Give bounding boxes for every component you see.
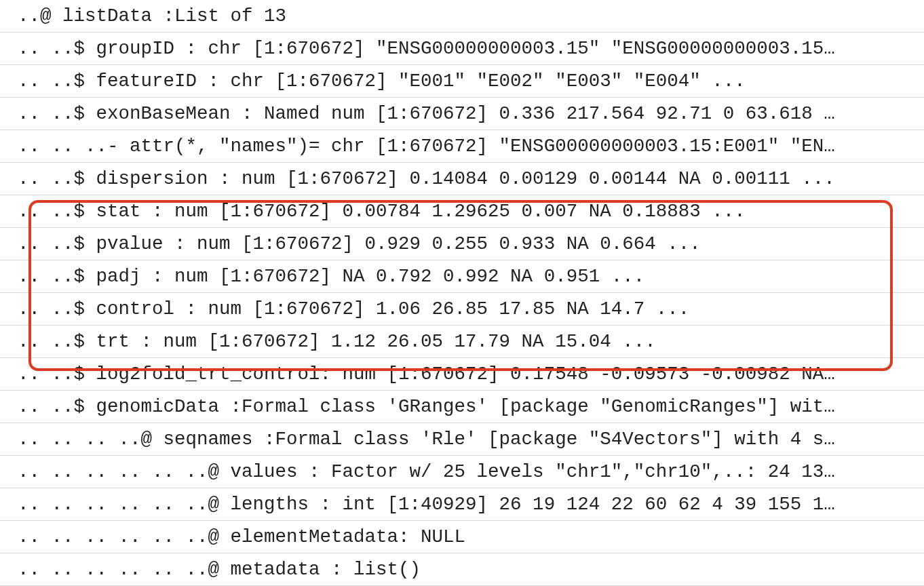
output-line-12: .. ..$ genomicData :Formal class 'GRange… [0, 391, 924, 423]
output-line-3: .. ..$ exonBaseMean : Named num [1:67067… [0, 98, 924, 130]
output-line-0: ..@ listData :List of 13 [0, 0, 924, 33]
output-line-5: .. ..$ dispersion : num [1:670672] 0.140… [0, 163, 924, 195]
output-line-14: .. .. .. .. .. ..@ values : Factor w/ 25… [0, 456, 924, 488]
output-line-9: .. ..$ control : num [1:670672] 1.06 26.… [0, 293, 924, 326]
output-line-4: .. .. ..- attr(*, "names")= chr [1:67067… [0, 130, 924, 163]
output-line-1: .. ..$ groupID : chr [1:670672] "ENSG000… [0, 33, 924, 65]
output-line-10: .. ..$ trt : num [1:670672] 1.12 26.05 1… [0, 326, 924, 358]
output-line-16: .. .. .. .. .. ..@ elementMetadata: NULL [0, 521, 924, 553]
output-line-13: .. .. .. ..@ seqnames :Formal class 'Rle… [0, 423, 924, 456]
output-line-7: .. ..$ pvalue : num [1:670672] 0.929 0.2… [0, 228, 924, 260]
output-line-2: .. ..$ featureID : chr [1:670672] "E001"… [0, 65, 924, 98]
code-output: ..@ listData :List of 13.. ..$ groupID :… [0, 0, 924, 586]
output-line-6: .. ..$ stat : num [1:670672] 0.00784 1.2… [0, 195, 924, 228]
output-line-11: .. ..$ log2fold_trt_control: num [1:6706… [0, 358, 924, 391]
output-line-15: .. .. .. .. .. ..@ lengths : int [1:4092… [0, 488, 924, 521]
output-line-17: .. .. .. .. .. ..@ metadata : list() [0, 553, 924, 586]
output-line-8: .. ..$ padj : num [1:670672] NA 0.792 0.… [0, 260, 924, 293]
